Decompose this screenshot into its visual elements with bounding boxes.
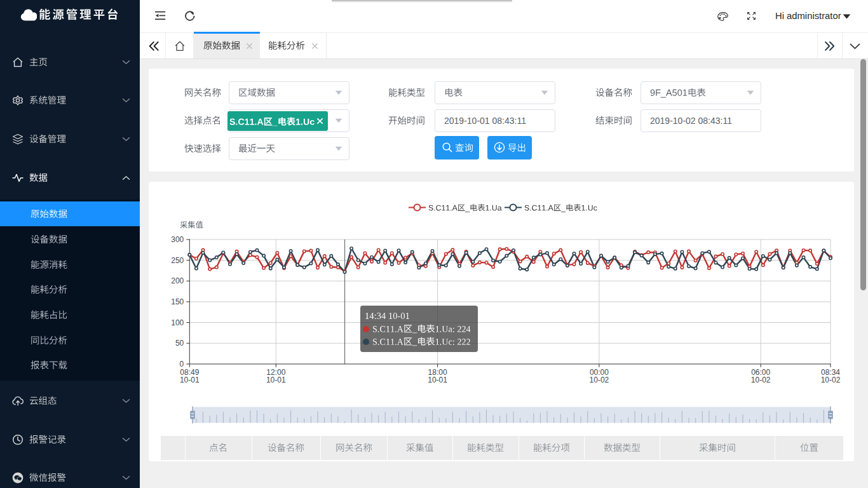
svg-text:200: 200 [171, 276, 184, 285]
svg-text:100: 100 [171, 318, 184, 327]
svg-text:10-01: 10-01 [180, 376, 200, 384]
svg-text:300: 300 [171, 235, 184, 244]
svg-text:50: 50 [175, 339, 184, 348]
svg-text:0: 0 [180, 360, 184, 369]
svg-text:10-02: 10-02 [821, 376, 841, 384]
svg-text:10-02: 10-02 [590, 376, 609, 384]
svg-text:10-02: 10-02 [751, 376, 771, 384]
svg-text:10-01: 10-01 [266, 376, 286, 384]
svg-text:150: 150 [171, 297, 184, 306]
svg-text:10-01: 10-01 [428, 376, 447, 384]
svg-text:250: 250 [171, 256, 184, 265]
